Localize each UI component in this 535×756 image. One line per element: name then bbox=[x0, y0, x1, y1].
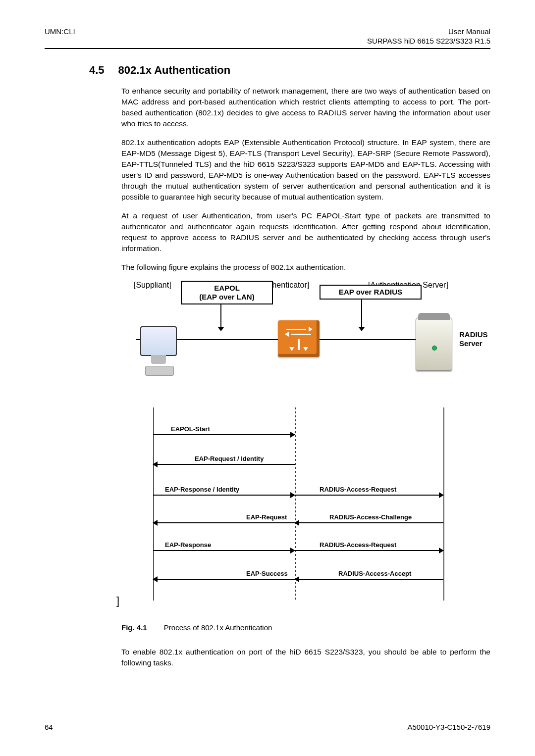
figure-number: Fig. 4.1 bbox=[121, 623, 147, 632]
message-arrow bbox=[295, 579, 443, 580]
message-arrow bbox=[153, 579, 295, 580]
keyboard-icon bbox=[145, 366, 174, 376]
radius-server-label: RADIUS Server bbox=[459, 330, 488, 348]
document-id: A50010-Y3-C150-2-7619 bbox=[407, 723, 490, 731]
server-led-icon bbox=[432, 346, 437, 351]
page-footer: 64 A50010-Y3-C150-2-7619 bbox=[45, 723, 490, 731]
msg-radius-access-request-2: RADIUS-Access-Request bbox=[320, 541, 396, 549]
network-switch-icon bbox=[278, 320, 320, 357]
figure-caption: Fig. 4.1 Process of 802.1x Authenticatio… bbox=[121, 623, 490, 632]
lifeline-suppliant bbox=[153, 407, 154, 601]
stray-bracket: ] bbox=[116, 595, 119, 607]
msg-eap-response: EAP-Response bbox=[165, 541, 211, 549]
msg-eap-success: EAP-Success bbox=[246, 570, 288, 577]
msg-eapol-start: EAPOL-Start bbox=[171, 425, 210, 433]
paragraph: At a request of user Authentication, fro… bbox=[121, 210, 490, 254]
eap-radius-line: EAP over RADIUS bbox=[328, 288, 413, 297]
message-arrow bbox=[295, 522, 443, 523]
figure-caption-text: Process of 802.1x Authentication bbox=[164, 623, 272, 632]
server-icon bbox=[416, 317, 452, 371]
arrow-left-icon bbox=[153, 576, 158, 582]
header-right-sub: SURPASS hiD 6615 S223/S323 R1.5 bbox=[45, 37, 490, 45]
arrow-left-icon bbox=[294, 520, 299, 526]
msg-eap-resp-identity: EAP-Response / Identity bbox=[165, 486, 239, 493]
message-arrow bbox=[153, 434, 295, 435]
paragraph: The following figure explains the proces… bbox=[121, 262, 490, 273]
message-arrow bbox=[153, 495, 295, 496]
arrow-right-icon bbox=[290, 432, 295, 438]
arrow-right-icon bbox=[439, 492, 444, 498]
sequence-diagram: EAPOL-Start EAP-Request / Identity EAP-R… bbox=[121, 407, 488, 605]
msg-eap-req-identity: EAP-Request / Identity bbox=[195, 455, 264, 462]
role-suppliant: [Suppliant] bbox=[134, 281, 171, 290]
arrow-left-icon bbox=[153, 520, 158, 526]
page-number: 64 bbox=[45, 723, 53, 731]
arrow-down-icon bbox=[220, 304, 221, 327]
message-arrow bbox=[153, 550, 295, 551]
radius-server-l1: RADIUS bbox=[459, 330, 488, 339]
eapol-line2: (EAP over LAN) bbox=[190, 293, 264, 302]
eapol-label-box: EAPOL (EAP over LAN) bbox=[181, 281, 273, 304]
message-arrow bbox=[295, 550, 443, 551]
radius-server-l2: Server bbox=[459, 339, 488, 348]
msg-radius-access-challenge: RADIUS-Access-Challenge bbox=[329, 513, 412, 521]
arrow-down-icon bbox=[361, 300, 362, 327]
eapol-line1: EAPOL bbox=[190, 284, 264, 293]
paragraph: To enhance security and portability of n… bbox=[121, 86, 490, 129]
computer-monitor-icon bbox=[140, 326, 177, 356]
arrow-left-icon bbox=[153, 461, 158, 467]
page-header: UMN:CLI User Manual bbox=[45, 27, 490, 36]
switch-split-icon bbox=[288, 339, 310, 350]
header-right-top: User Manual bbox=[448, 27, 490, 36]
section-heading: 4.5 802.1x Authentication bbox=[89, 64, 490, 77]
paragraph: 802.1x authentication adopts EAP (Extens… bbox=[121, 137, 490, 202]
arrow-left-icon bbox=[294, 576, 299, 582]
message-arrow bbox=[295, 495, 443, 496]
message-arrow bbox=[153, 522, 295, 523]
section-title: 802.1x Authentication bbox=[118, 64, 231, 77]
message-arrow bbox=[153, 464, 295, 465]
eap-radius-label-box: EAP over RADIUS bbox=[320, 285, 422, 300]
msg-radius-access-accept: RADIUS-Access-Accept bbox=[338, 570, 411, 577]
header-left: UMN:CLI bbox=[45, 27, 75, 36]
header-rule bbox=[45, 48, 490, 49]
lifeline-auth-server bbox=[443, 407, 444, 601]
msg-eap-request: EAP-Request bbox=[246, 513, 287, 521]
arrow-right-icon bbox=[439, 548, 444, 554]
paragraph: To enable 802.1x authentication on port … bbox=[121, 647, 490, 668]
switch-arrows-icon bbox=[286, 328, 311, 338]
section-number: 4.5 bbox=[89, 64, 105, 77]
msg-radius-access-request: RADIUS-Access-Request bbox=[320, 486, 396, 493]
figure-diagram: EAPOL (EAP over LAN) EAP over RADIUS RAD… bbox=[121, 281, 490, 617]
